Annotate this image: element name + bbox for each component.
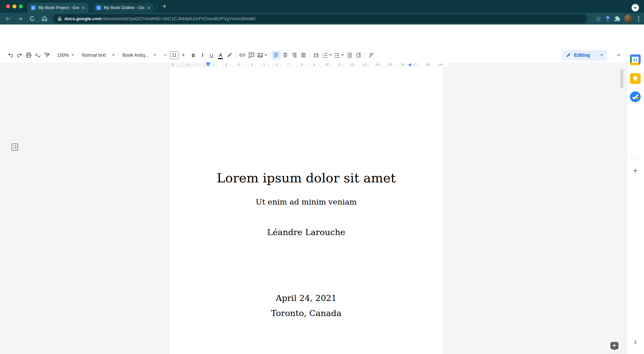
hide-menus-button[interactable] (614, 51, 623, 60)
doc-heading[interactable]: Lorem ipsum dolor sit amet (169, 171, 443, 185)
ruler-number: 3 (238, 63, 240, 66)
bulleted-list-button[interactable] (333, 51, 345, 60)
lock-icon (58, 16, 62, 21)
insert-image-button[interactable] (256, 51, 268, 60)
explore-star-icon (610, 342, 618, 349)
ruler-number: 6 (276, 63, 278, 66)
side-panel-divider (631, 159, 640, 159)
ruler-number: 14 (376, 63, 379, 66)
side-panel: 31 + (626, 48, 644, 354)
url-field[interactable]: docs.google.com /document/d/1jwDCFxIxW4G… (53, 14, 587, 23)
chevron-down-icon (71, 54, 74, 56)
svg-text:3: 3 (323, 56, 324, 58)
align-left-button[interactable] (272, 51, 281, 60)
browser-address-bar: docs.google.com /document/d/1jwDCFxIxW4G… (0, 13, 644, 25)
ruler-number: 17 (413, 63, 417, 66)
document-page[interactable]: Lorem ipsum dolor sit amet Ut enim ad mi… (169, 67, 443, 354)
font-size-input[interactable]: 11 (170, 51, 179, 59)
left-indent-marker[interactable] (206, 64, 210, 67)
vertical-scrollbar-thumb[interactable] (620, 69, 624, 88)
macos-zoom-button[interactable] (19, 4, 23, 8)
align-justify-button[interactable] (299, 51, 308, 60)
get-addons-button[interactable]: + (633, 166, 638, 175)
svg-text:31: 31 (633, 58, 638, 62)
tab-divider (157, 4, 157, 9)
bookmark-star-icon[interactable]: ☆ (596, 15, 601, 23)
chevron-down-icon (634, 6, 637, 9)
clear-formatting-button[interactable]: T (367, 51, 376, 60)
home-button[interactable] (40, 15, 48, 23)
bold-button[interactable]: B (189, 51, 198, 60)
tab-close-icon[interactable]: ✕ (147, 6, 151, 10)
insert-link-button[interactable] (238, 51, 247, 60)
doc-location[interactable]: Toronto, Canada (169, 308, 443, 318)
numbered-list-button[interactable]: 123 (321, 51, 333, 60)
align-center-button[interactable] (281, 51, 290, 60)
align-right-button[interactable] (290, 51, 299, 60)
spellcheck-button[interactable]: A (33, 51, 42, 60)
reload-button[interactable] (28, 15, 36, 23)
paragraph-style-select[interactable]: Normal text (80, 51, 117, 60)
add-comment-button[interactable] (247, 51, 256, 60)
line-spacing-button[interactable] (312, 51, 321, 60)
ruler-number: 16 (401, 63, 404, 66)
google-tasks-icon[interactable] (630, 91, 641, 102)
paint-format-button[interactable] (42, 51, 51, 60)
google-keep-icon[interactable] (630, 73, 641, 84)
zoom-select[interactable]: 100% (55, 51, 76, 60)
chevron-down-icon (153, 54, 156, 56)
highlight-color-button[interactable] (225, 51, 234, 60)
browser-menu-icon[interactable] (636, 16, 641, 22)
browser-profile-avatar[interactable] (624, 14, 633, 23)
extensions-puzzle-icon[interactable] (614, 15, 621, 22)
ruler[interactable]: 2112345678910111213141516171819 (0, 62, 626, 67)
pencil-icon (566, 52, 571, 58)
chevron-down-icon (264, 54, 267, 56)
ruler-numbers: 2112345678910111213141516171819 (0, 62, 626, 67)
docs-toolbar: A 100% Normal text Book Antiq... − 11 + … (0, 48, 644, 62)
tab-search-button[interactable] (632, 4, 639, 11)
browser-tab-active[interactable]: My Book Project - Google Docs ✕ (28, 3, 89, 13)
ruler-number: 1 (188, 63, 189, 66)
extension-gem-icon[interactable] (605, 15, 611, 22)
right-indent-marker[interactable] (408, 63, 411, 67)
docs-favicon-icon (31, 5, 36, 10)
ruler-number: 18 (426, 63, 429, 66)
doc-date[interactable]: April 24, 2021 (169, 293, 443, 303)
decrease-indent-button[interactable] (345, 51, 354, 60)
underline-button[interactable]: U (207, 51, 216, 60)
doc-author[interactable]: Léandre Larouche (169, 227, 443, 237)
back-button[interactable] (4, 15, 12, 23)
ruler-number: 2 (172, 63, 174, 66)
ruler-number: 13 (363, 63, 366, 66)
google-calendar-icon[interactable]: 31 (630, 54, 641, 65)
editing-mode-select[interactable]: Editing (562, 50, 607, 60)
ruler-number: 5 (263, 63, 265, 66)
macos-close-button[interactable] (6, 4, 10, 8)
chevron-down-icon (329, 54, 332, 56)
tab-close-icon[interactable]: ✕ (82, 6, 85, 10)
new-tab-button[interactable]: + (160, 2, 168, 10)
macos-minimize-button[interactable] (12, 4, 16, 8)
text-color-button[interactable]: A (216, 51, 225, 60)
ruler-number: 9 (313, 63, 315, 66)
undo-button[interactable] (6, 51, 15, 60)
increase-font-size-button[interactable]: + (180, 51, 187, 60)
ruler-number: 19 (439, 63, 442, 66)
forward-button[interactable] (16, 15, 24, 23)
decrease-font-size-button[interactable]: − (162, 51, 169, 60)
show-outline-icon[interactable] (11, 143, 18, 151)
close-side-panel-icon[interactable] (632, 339, 638, 345)
increase-indent-button[interactable] (354, 51, 363, 60)
browser-tab-inactive[interactable]: My Book Outline - Google Docs ✕ (93, 3, 154, 12)
explore-button[interactable] (607, 338, 622, 353)
tab-title: My Book Outline - Google Docs (104, 5, 144, 10)
chevron-down-icon (341, 54, 344, 56)
ruler-number: 8 (301, 63, 303, 66)
doc-subtitle[interactable]: Ut enim ad minim veniam (169, 197, 443, 206)
print-button[interactable] (24, 51, 33, 60)
first-line-indent-marker[interactable] (206, 62, 210, 64)
redo-button[interactable] (15, 51, 24, 60)
italic-button[interactable]: I (198, 51, 207, 60)
font-family-select[interactable]: Book Antiq... (120, 51, 158, 60)
